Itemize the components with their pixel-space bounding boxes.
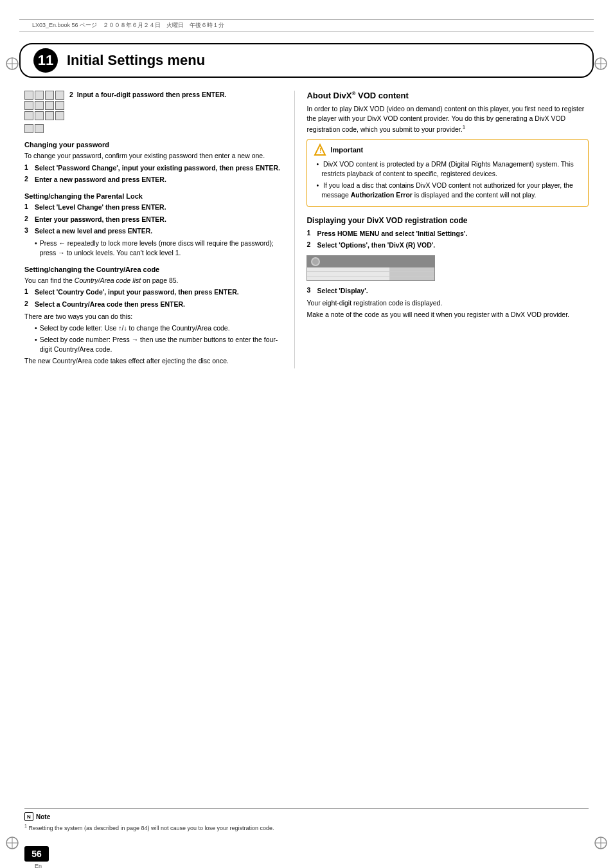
- important-header: ! Important: [314, 143, 582, 156]
- important-bullets: • DivX VOD content is protected by a DRM…: [316, 159, 582, 200]
- note-superscript: 1: [24, 824, 27, 828]
- bullet-text: Select by code number: Press → then use …: [40, 335, 283, 354]
- registered-symbol: ®: [352, 91, 356, 96]
- file-metadata: LX03_En.book 56 ページ ２００８年６月２４日 火曜日 午後６時１…: [19, 19, 594, 32]
- step-number: 1: [24, 163, 31, 173]
- password-grid: [24, 91, 64, 133]
- step-text: Select a Country/Area code then press EN…: [35, 300, 185, 309]
- password-cell: [24, 111, 33, 120]
- divx-step-2: 2 Select 'Options', then 'DivX (R) VOD'.: [306, 240, 589, 250]
- step-text: Enter a new password and press ENTER.: [35, 175, 166, 185]
- screen-row: [307, 276, 434, 280]
- password-step-label: 2 Input a four-digit password then press…: [69, 91, 283, 98]
- screen-row: [307, 267, 434, 272]
- page-number: 56: [24, 846, 49, 862]
- step-number: 2: [306, 240, 313, 250]
- step-text: Enter your password, then press ENTER.: [35, 215, 166, 224]
- corner-decoration-bl: [5, 836, 19, 850]
- chapter-header: 11 Initial Settings menu: [19, 43, 594, 78]
- country-code-heading: Setting/changing the Country/Area code: [24, 266, 283, 273]
- note-icon: N: [24, 812, 33, 821]
- bullet-text: DivX VOD content is protected by a DRM (…: [321, 159, 582, 178]
- step-number: 2: [24, 215, 31, 224]
- password-cell: [45, 101, 54, 110]
- password-cell: [35, 91, 44, 100]
- chapter-title: Initial Settings menu: [67, 52, 205, 69]
- password-cell: [24, 91, 33, 100]
- step-text: Select 'Password Change', input your exi…: [35, 163, 280, 173]
- about-divx-heading: About DivX® VOD content: [306, 91, 589, 100]
- screen-value: [389, 272, 434, 276]
- step-text: Select 'Options', then 'DivX (R) VOD'.: [317, 240, 435, 250]
- note-header: N Note: [24, 812, 589, 821]
- screen-value: [389, 267, 434, 271]
- country-code-outro: The new Country/Area code takes effect a…: [24, 356, 283, 366]
- password-boxes: [24, 124, 64, 133]
- step-number: 1: [24, 203, 31, 212]
- country-step-2: 2 Select a Country/Area code then press …: [24, 300, 283, 309]
- note-section: N Note 1 Resetting the system (as descri…: [24, 808, 589, 833]
- parental-bullets: • Press ← repeatedly to lock more levels…: [35, 239, 283, 257]
- parental-lock-heading: Setting/changing the Parental Lock: [24, 192, 283, 200]
- country-bullet-2: • Select by code number: Press → then us…: [35, 335, 283, 354]
- bullet-dot: •: [316, 181, 319, 190]
- note-label: Note: [36, 813, 50, 820]
- important-bullet-2: • If you load a disc that contains DivX …: [316, 181, 582, 199]
- country-code-bullets: • Select by code letter: Use ↑/↓ to chan…: [35, 323, 283, 354]
- step-text: Select 'Display'.: [317, 286, 368, 296]
- screen-value: [389, 276, 434, 280]
- page-lang: En: [35, 863, 42, 868]
- right-column: About DivX® VOD content In order to play…: [295, 91, 589, 368]
- password-cell: [55, 101, 64, 110]
- divx-step-1: 1 Press HOME MENU and select 'Initial Se…: [306, 229, 589, 239]
- changing-password-heading: Changing your password: [24, 141, 283, 149]
- corner-decoration-br: [594, 836, 608, 850]
- password-input-section: 2 Input a four-digit password then press…: [24, 91, 283, 133]
- bullet-dot: •: [316, 159, 319, 169]
- bullet-text: Select by code letter: Use ↑/↓ to change…: [40, 323, 230, 333]
- changing-step-1: 1 Select 'Password Change', input your e…: [24, 163, 283, 173]
- after-step3-2: Make a note of the code as you will need…: [306, 310, 589, 320]
- footnote-ref-1: 1: [463, 124, 465, 130]
- warning-icon: !: [314, 143, 326, 156]
- step-text: Press HOME MENU and select 'Initial Sett…: [317, 229, 467, 239]
- divx-reg-heading: Displaying your DivX VOD registration co…: [306, 216, 589, 225]
- note-text: 1 Resetting the system (as described in …: [24, 823, 589, 833]
- after-step3-1: Your eight-digit registration code is di…: [306, 298, 589, 308]
- changing-password-intro: To change your password, confirm your ex…: [24, 151, 283, 161]
- bullet-dot: •: [35, 335, 37, 345]
- parental-step-2: 2 Enter your password, then press ENTER.: [24, 215, 283, 224]
- password-box: [35, 124, 44, 133]
- corner-decoration-tr: [594, 57, 608, 71]
- important-bullet-1: • DivX VOD content is protected by a DRM…: [316, 159, 582, 178]
- country-step-1: 1 Select 'Country Code', input your pass…: [24, 287, 283, 297]
- svg-text:!: !: [319, 147, 321, 154]
- step-number: 3: [24, 226, 31, 236]
- password-cell: [45, 91, 54, 100]
- step-number: 1: [306, 229, 313, 239]
- changing-step-2: 2 Enter a new password and press ENTER.: [24, 175, 283, 185]
- bullet-dot: •: [35, 239, 37, 248]
- corner-decoration-tl: [5, 57, 19, 71]
- screen-body: [307, 267, 434, 280]
- left-column: 2 Input a four-digit password then press…: [24, 91, 295, 368]
- screen-top-bar: [307, 256, 434, 267]
- password-box: [24, 124, 33, 133]
- password-cell: [35, 101, 44, 110]
- chapter-number: 11: [33, 48, 58, 73]
- two-ways-intro: There are two ways you can do this:: [24, 312, 283, 321]
- page: LX03_En.book 56 ページ ２００８年６月２４日 火曜日 午後６時１…: [0, 19, 613, 868]
- parental-step-3: 3 Select a new level and press ENTER.: [24, 226, 283, 236]
- important-box: ! Important • DivX VOD content is protec…: [306, 139, 589, 207]
- password-cell: [55, 111, 64, 120]
- bullet-dot: •: [35, 323, 37, 333]
- screen-label: [307, 276, 389, 280]
- disc-icon: [311, 257, 320, 266]
- screen-label: [307, 267, 389, 271]
- important-label: Important: [330, 146, 363, 154]
- step-text: Select 'Level Change' then press ENTER.: [35, 203, 166, 212]
- parental-bullet-1: • Press ← repeatedly to lock more levels…: [35, 239, 283, 257]
- screen-label: [307, 272, 389, 276]
- step-number: 1: [24, 287, 31, 297]
- content-area: 2 Input a four-digit password then press…: [24, 91, 589, 368]
